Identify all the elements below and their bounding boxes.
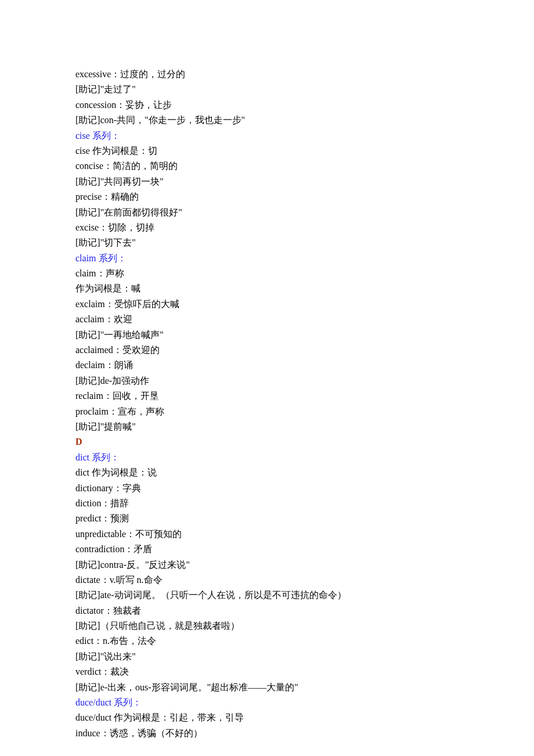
text-line: contradiction：矛盾	[75, 542, 459, 557]
section-heading: duce/duct 系列：	[75, 695, 459, 710]
text-line: dictionary：字典	[75, 481, 459, 496]
text-line: verdict：裁决	[75, 664, 459, 679]
text-line: [助记]"在前面都切得很好"	[75, 205, 459, 220]
text-line: [助记]e-出来，ous-形容词词尾。"超出标准——大量的"	[75, 680, 459, 695]
text-line: precise：精确的	[75, 189, 459, 204]
text-line: claim：声称	[75, 266, 459, 281]
text-line: proclaim：宣布，声称	[75, 404, 459, 419]
text-line: concise：简洁的，简明的	[75, 159, 459, 174]
text-line: [助记]"说出来"	[75, 649, 459, 664]
text-line: [助记]"共同再切一块"	[75, 174, 459, 189]
text-line: [助记]"切下去"	[75, 235, 459, 250]
text-line: cise 作为词根是：切	[75, 143, 459, 159]
section-heading: dict 系列：	[75, 450, 459, 465]
text-line: [助记]"一再地给喊声"	[75, 327, 459, 343]
text-line: diction：措辞	[75, 496, 459, 511]
document-page: excessive：过度的，过分的[助记]"走过了"concession：妥协，…	[0, 0, 534, 756]
text-line: dictate：v.听写 n.命令	[75, 573, 459, 588]
text-line: induce：诱惑，诱骗（不好的）	[75, 726, 459, 741]
text-line: excessive：过度的，过分的	[75, 67, 459, 82]
text-line: [助记]（只听他自己说，就是独裁者啦）	[75, 618, 459, 633]
text-line: reclaim：回收，开垦	[75, 388, 459, 404]
text-line: dict 作为词根是：说	[75, 465, 459, 480]
text-line: exclaim：受惊吓后的大喊	[75, 297, 459, 312]
text-line: acclaim：欢迎	[75, 312, 459, 327]
text-line: predict：预测	[75, 511, 459, 526]
text-line: 作为词根是：喊	[75, 281, 459, 296]
text-line: excise：切除，切掉	[75, 220, 459, 235]
section-heading: cise 系列：	[75, 128, 459, 143]
text-line: dictator：独裁者	[75, 603, 459, 618]
text-line: unpredictable：不可预知的	[75, 527, 459, 542]
text-line: edict：n.布告，法令	[75, 633, 459, 649]
text-line: [助记]"提前喊"	[75, 419, 459, 434]
text-line: [助记]ate-动词词尾。（只听一个人在说，所以是不可违抗的命令）	[75, 588, 459, 603]
text-line: concession：妥协，让步	[75, 98, 459, 113]
text-line: [助记]con-共同，"你走一步，我也走一步"	[75, 113, 459, 128]
text-line: [助记]"走过了"	[75, 82, 459, 97]
text-line: [助记]de-加强动作	[75, 373, 459, 388]
text-line: duce/duct 作为词根是：引起，带来，引导	[75, 710, 459, 725]
text-line: [助记]contra-反。"反过来说"	[75, 557, 459, 573]
text-line: declaim：朗诵	[75, 358, 459, 373]
section-heading: claim 系列：	[75, 251, 459, 266]
letter-heading: D	[75, 434, 459, 449]
text-line: acclaimed：受欢迎的	[75, 343, 459, 358]
